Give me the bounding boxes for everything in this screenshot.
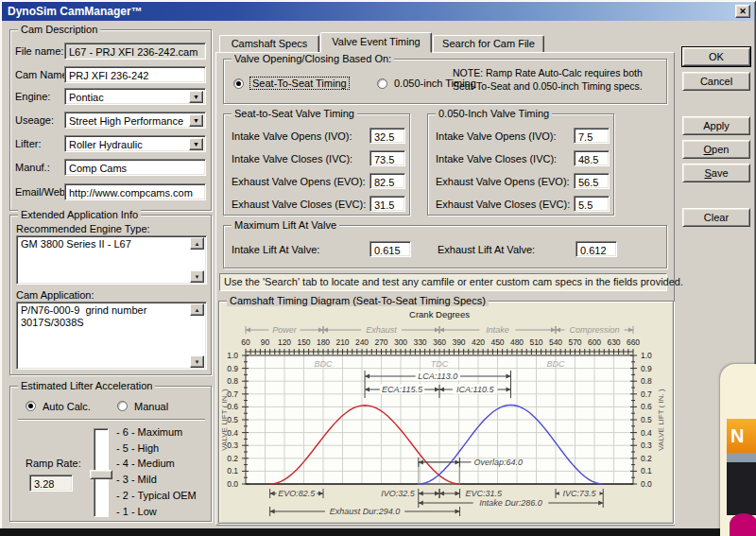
ramp-rate-slider-thumb[interactable] xyxy=(90,470,112,479)
cam-application-label: Cam Application: xyxy=(16,289,94,301)
manual-label: Manual xyxy=(134,401,168,412)
max-lift-group: Maximum Lift At Valve Intake Lift At Val… xyxy=(223,225,667,268)
tab-camshaft-specs[interactable]: Camshaft Specs xyxy=(219,35,319,52)
slider-label-1: - 1 - Low xyxy=(116,506,157,517)
save-button[interactable]: Save xyxy=(682,164,750,182)
seat-evc-label: Exhaust Valve Closes (EVC): xyxy=(232,199,366,210)
scroll-down-icon[interactable]: ▼ xyxy=(190,355,204,368)
cam-description-legend: Cam Description xyxy=(18,24,100,35)
seat-evc-field[interactable]: 31.5 xyxy=(369,196,405,212)
camshaft-timing-chart: Crank DegreesPowerExhaustIntakeCompressi… xyxy=(219,306,673,522)
svg-text:Compression: Compression xyxy=(569,325,619,335)
seat-to-seat-radio[interactable] xyxy=(233,78,244,89)
svg-text:LCA:113.0: LCA:113.0 xyxy=(418,372,457,381)
svg-text:60: 60 xyxy=(241,337,250,347)
cam-application-textarea[interactable]: P/N76-000-9 grind number 3017S/3038S xyxy=(16,302,207,370)
scroll-down-icon[interactable]: ▼ xyxy=(190,270,204,283)
valve-basis-legend: Valve Opening/Closing Based On: xyxy=(232,53,394,64)
inch-evc-field[interactable]: 5.5 xyxy=(574,196,610,212)
file-name-field[interactable]: L67 - PRJ XFI 236-242.cam xyxy=(64,43,206,60)
ramp-rate-note: NOTE: Ramp Rate Auto-Calc requires both … xyxy=(453,66,662,93)
ramp-rate-label: Ramp Rate: xyxy=(26,458,81,469)
svg-text:90: 90 xyxy=(261,337,270,347)
cam-name-field[interactable]: PRJ XFI 236-242 xyxy=(64,66,206,83)
inch-ivc-field[interactable]: 48.5 xyxy=(574,150,610,166)
seat-ivo-field[interactable]: 32.5 xyxy=(369,128,405,144)
svg-text:ECA:115.5: ECA:115.5 xyxy=(382,385,423,394)
chevron-down-icon[interactable]: ▼ xyxy=(189,138,203,150)
close-icon[interactable]: ✕ xyxy=(735,5,750,18)
scroll-up-icon[interactable]: ▲ xyxy=(190,303,204,316)
extended-info-group: Extended Application Info Recommended En… xyxy=(9,215,212,375)
svg-text:0.2: 0.2 xyxy=(227,454,238,463)
engine-value: Pontiac xyxy=(69,92,104,103)
tab-valve-event-timing[interactable]: Valve Event Timing xyxy=(320,32,432,53)
inch-ivo-field[interactable]: 7.5 xyxy=(574,128,610,144)
clear-button[interactable]: Clear xyxy=(682,208,750,227)
slider-label-4: - 4 - Medium xyxy=(116,458,175,469)
background-window-image xyxy=(727,462,756,515)
ok-button[interactable]: OK xyxy=(682,47,750,66)
inch-evo-field[interactable]: 56.5 xyxy=(574,173,610,189)
exhaust-lift-label: Exhaust Lift At Valve: xyxy=(438,244,535,255)
svg-text:Power: Power xyxy=(272,325,298,335)
svg-text:270: 270 xyxy=(374,337,387,347)
divider xyxy=(18,419,205,421)
engine-label: Engine: xyxy=(15,91,50,102)
seat-evo-field[interactable]: 82.5 xyxy=(369,173,405,189)
svg-text:0.0: 0.0 xyxy=(641,479,652,489)
svg-text:Exhaust: Exhaust xyxy=(366,325,397,335)
tab-search-for-cam-file[interactable]: Search for Cam File xyxy=(433,35,544,52)
seat-ivo-label: Intake Valve Opens (IVO): xyxy=(232,130,352,142)
exhaust-lift-field[interactable]: 0.612 xyxy=(576,241,617,257)
svg-text:0.8: 0.8 xyxy=(641,376,652,386)
valve-basis-group: Valve Opening/Closing Based On: Seat-To-… xyxy=(223,59,667,104)
cam-manager-window: DynoSim CamManager™ ✕ Cam Description Fi… xyxy=(0,0,756,536)
lifter-label: Lifter: xyxy=(15,138,42,149)
auto-calc-radio[interactable] xyxy=(26,401,36,411)
inch-evc-label: Exhaust Valve Closes (EVC): xyxy=(436,199,570,210)
seat-ivc-field[interactable]: 73.5 xyxy=(369,150,405,166)
intake-lift-label: Intake Lift At Valve: xyxy=(232,244,319,255)
intake-lift-field[interactable]: 0.615 xyxy=(369,241,411,257)
manuf-label: Manuf.: xyxy=(15,162,50,173)
cam-name-label: Cam Name: xyxy=(15,69,71,80)
file-name-label: File name: xyxy=(15,45,63,57)
open-button[interactable]: Open xyxy=(682,140,750,159)
svg-text:0.8: 0.8 xyxy=(227,376,238,386)
auto-calc-label: Auto Calc. xyxy=(43,401,91,412)
useage-dropdown[interactable]: Street High Performance ▼ xyxy=(64,112,206,129)
seat-timing-group: Seat-to-Seat Valve Timing Intake Valve O… xyxy=(223,113,410,216)
chevron-down-icon[interactable]: ▼ xyxy=(189,114,203,127)
svg-text:300: 300 xyxy=(394,337,407,347)
engine-type-textarea[interactable]: GM 3800 Series II - L67 xyxy=(16,235,207,285)
manual-radio[interactable] xyxy=(117,401,128,411)
inch-timing-radio[interactable] xyxy=(377,78,387,89)
svg-text:0.5: 0.5 xyxy=(641,415,652,424)
svg-text:330: 330 xyxy=(413,337,426,347)
svg-text:Intake Dur:286.0: Intake Dur:286.0 xyxy=(479,498,542,508)
email-web-field[interactable]: http://www.compcams.com xyxy=(64,183,206,200)
lifter-dropdown[interactable]: Roller Hydraulic ▼ xyxy=(64,135,206,152)
svg-text:660: 660 xyxy=(627,337,640,347)
svg-text:Intake: Intake xyxy=(486,325,509,335)
svg-text:360: 360 xyxy=(433,337,446,347)
seat-to-seat-radio-label[interactable]: Seat-To-Seat Timing xyxy=(249,77,350,90)
title-bar[interactable]: DynoSim CamManager™ ✕ xyxy=(2,2,754,21)
seat-timing-legend: Seat-to-Seat Valve Timing xyxy=(232,108,357,119)
manuf-field[interactable]: Comp Cams xyxy=(64,159,206,176)
svg-text:0.4: 0.4 xyxy=(641,428,652,438)
svg-text:240: 240 xyxy=(355,337,369,347)
engine-dropdown[interactable]: Pontiac ▼ xyxy=(64,88,206,105)
svg-text:510: 510 xyxy=(529,337,542,347)
svg-text:IVC:73.5: IVC:73.5 xyxy=(563,489,597,498)
svg-text:0.1: 0.1 xyxy=(227,466,238,475)
cancel-button[interactable]: Cancel xyxy=(682,72,750,91)
svg-text:1.0: 1.0 xyxy=(227,351,238,360)
scroll-up-icon[interactable]: ▲ xyxy=(190,237,204,250)
apply-button[interactable]: Apply xyxy=(682,116,750,135)
svg-text:Exhaust Dur:294.0: Exhaust Dur:294.0 xyxy=(330,507,401,516)
chevron-down-icon[interactable]: ▼ xyxy=(189,91,203,103)
svg-text:Overlap:64.0: Overlap:64.0 xyxy=(474,458,524,467)
svg-text:450: 450 xyxy=(490,337,504,347)
